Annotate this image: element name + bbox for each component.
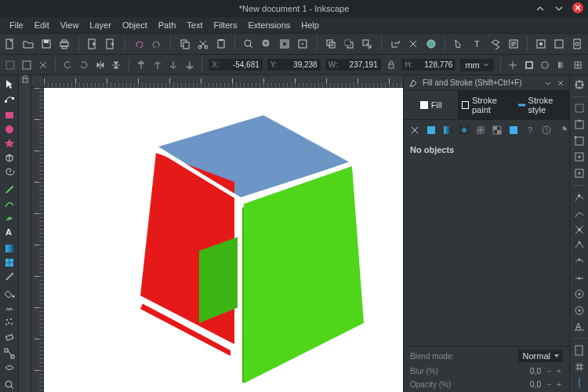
lower-bottom-icon[interactable] bbox=[184, 59, 196, 71]
zoom-tool[interactable] bbox=[2, 379, 17, 390]
cms-icon[interactable] bbox=[558, 125, 568, 136]
snap-guide-icon[interactable] bbox=[572, 377, 586, 390]
snap-line-mid-icon[interactable] bbox=[572, 272, 586, 285]
affect-pattern-icon[interactable] bbox=[572, 59, 583, 71]
snap-cusp-icon[interactable] bbox=[572, 240, 586, 252]
y-field[interactable]: Y:39,238 bbox=[267, 59, 321, 71]
lpe-tool[interactable] bbox=[2, 362, 17, 373]
w-field[interactable]: W:237,191 bbox=[325, 59, 381, 71]
snap-node-icon[interactable] bbox=[572, 191, 586, 204]
dropper-tool[interactable] bbox=[2, 271, 17, 282]
rotate-ccw-icon[interactable] bbox=[62, 59, 74, 71]
snap-object-center-icon[interactable] bbox=[572, 288, 586, 300]
mesh-tool[interactable] bbox=[2, 257, 17, 268]
3dbox-tool[interactable] bbox=[2, 152, 17, 163]
minus-icon[interactable]: − bbox=[546, 381, 554, 389]
snap-bbox-corner-icon[interactable] bbox=[572, 135, 586, 147]
raise-top-icon[interactable] bbox=[136, 59, 147, 71]
snap-bbox-icon[interactable] bbox=[572, 103, 586, 115]
ruler-vertical[interactable] bbox=[31, 88, 44, 392]
snap-bbox-midpoint-icon[interactable] bbox=[572, 151, 586, 163]
lock-toggle[interactable] bbox=[19, 75, 31, 88]
snap-smooth-icon[interactable] bbox=[572, 256, 586, 268]
snap-text-baseline-icon[interactable]: A bbox=[572, 321, 586, 333]
radial-gradient-icon[interactable] bbox=[459, 125, 469, 136]
node-tool[interactable] bbox=[2, 93, 17, 103]
tab-fill[interactable]: Fill bbox=[404, 91, 459, 119]
import-icon[interactable] bbox=[87, 37, 99, 51]
text-tool[interactable]: A bbox=[2, 226, 17, 237]
swatch-icon[interactable] bbox=[509, 125, 518, 136]
affect-gradient-icon[interactable] bbox=[556, 59, 568, 71]
deselect-icon[interactable] bbox=[37, 59, 49, 71]
maximize-button[interactable] bbox=[554, 2, 564, 13]
select-all-layers-icon[interactable] bbox=[5, 59, 16, 71]
flat-color-icon[interactable] bbox=[426, 125, 436, 136]
canvas[interactable] bbox=[44, 88, 403, 392]
print-icon[interactable] bbox=[59, 37, 71, 51]
pattern-icon[interactable] bbox=[492, 125, 502, 136]
snap-page-border-icon[interactable] bbox=[572, 344, 586, 357]
pencil-tool[interactable] bbox=[2, 183, 17, 194]
layers-icon[interactable] bbox=[489, 37, 501, 51]
clone-icon[interactable] bbox=[343, 37, 355, 51]
plus-icon[interactable]: + bbox=[555, 368, 563, 376]
h-field[interactable]: H:128,776 bbox=[401, 59, 456, 71]
menu-filters[interactable]: Filters bbox=[209, 19, 242, 31]
unlink-clone-icon[interactable] bbox=[361, 37, 373, 51]
menu-layer[interactable]: Layer bbox=[85, 19, 116, 31]
spray-tool[interactable] bbox=[2, 317, 17, 328]
bezier-tool[interactable] bbox=[2, 198, 17, 209]
select-tool[interactable] bbox=[2, 78, 17, 89]
snap-intersection-icon[interactable] bbox=[572, 223, 586, 236]
calligraphy-tool[interactable] bbox=[2, 212, 17, 223]
lower-icon[interactable] bbox=[168, 59, 180, 71]
unit-select[interactable]: mm bbox=[460, 59, 493, 71]
cut-icon[interactable] bbox=[197, 37, 209, 51]
minimize-button[interactable] bbox=[535, 2, 546, 13]
paint-bucket-tool[interactable] bbox=[2, 289, 17, 299]
menu-path[interactable]: Path bbox=[154, 19, 181, 31]
blur-stepper[interactable]: −+ bbox=[546, 368, 563, 376]
export-icon[interactable] bbox=[105, 37, 117, 51]
undo-icon[interactable] bbox=[132, 37, 144, 51]
zoom-selection-icon[interactable] bbox=[243, 37, 255, 51]
object-properties-icon[interactable] bbox=[453, 37, 465, 51]
preferences-icon[interactable] bbox=[554, 37, 565, 51]
affect-stroke-icon[interactable] bbox=[523, 59, 535, 71]
rotate-cw-icon[interactable] bbox=[78, 59, 90, 71]
group-icon[interactable] bbox=[389, 37, 401, 51]
no-paint-icon[interactable] bbox=[410, 125, 419, 136]
unknown-paint-icon[interactable]: ? bbox=[525, 125, 535, 136]
blend-mode-select[interactable]: Normal bbox=[518, 350, 563, 362]
fill-stroke-icon[interactable] bbox=[425, 37, 437, 51]
history-icon[interactable] bbox=[542, 125, 551, 136]
zoom-page-icon[interactable] bbox=[279, 37, 291, 51]
ellipse-tool[interactable] bbox=[2, 124, 17, 135]
enable-snapping-icon[interactable] bbox=[572, 78, 586, 91]
plus-icon[interactable]: + bbox=[555, 381, 563, 389]
snap-bbox-center-icon[interactable] bbox=[572, 167, 586, 180]
duplicate-icon[interactable] bbox=[325, 37, 337, 51]
ungroup-icon[interactable] bbox=[407, 37, 419, 51]
menu-view[interactable]: View bbox=[56, 19, 84, 31]
menu-text[interactable]: Text bbox=[182, 19, 207, 31]
tweak-tool[interactable] bbox=[2, 303, 17, 314]
menu-object[interactable]: Object bbox=[118, 19, 152, 31]
snap-path-icon[interactable] bbox=[572, 207, 586, 220]
linear-gradient-icon[interactable] bbox=[443, 125, 452, 136]
menu-edit[interactable]: Edit bbox=[30, 19, 54, 31]
rectangle-tool[interactable] bbox=[2, 110, 17, 121]
ruler-horizontal[interactable] bbox=[44, 75, 403, 88]
menu-file[interactable]: File bbox=[5, 19, 28, 31]
mesh-gradient-icon[interactable] bbox=[476, 125, 485, 136]
menu-extensions[interactable]: Extensions bbox=[243, 19, 295, 31]
star-tool[interactable] bbox=[2, 138, 17, 149]
snap-rotation-center-icon[interactable] bbox=[572, 304, 586, 317]
snap-grid-icon[interactable] bbox=[572, 361, 586, 373]
spiral-tool[interactable] bbox=[2, 166, 17, 177]
dock-menu-icon[interactable] bbox=[544, 79, 552, 87]
new-document-icon[interactable] bbox=[5, 37, 16, 51]
tab-stroke-style[interactable]: Stroke style bbox=[514, 91, 569, 119]
zoom-center-icon[interactable] bbox=[297, 37, 309, 51]
